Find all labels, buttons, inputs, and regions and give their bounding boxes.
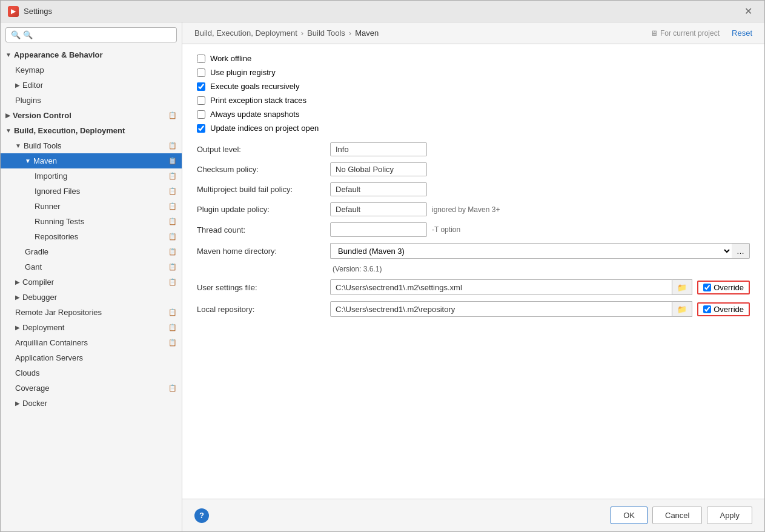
ok-button[interactable]: OK <box>611 507 647 524</box>
sidebar-item-deployment[interactable]: ▶ Deployment 📋 <box>1 320 182 335</box>
sidebar-item-label: Compiler <box>22 278 54 287</box>
settings-panel: Work offline Use plugin registry Execute… <box>182 44 764 499</box>
sidebar-item-running-tests[interactable]: Running Tests 📋 <box>1 214 182 229</box>
sidebar-item-appearance-behavior[interactable]: ▼ Appearance & Behavior <box>1 47 182 62</box>
close-button[interactable]: ✕ <box>740 3 757 19</box>
plugin-update-dropdown[interactable]: Default Always Never Interval <box>330 202 427 216</box>
work-offline-label: Work offline <box>210 54 251 63</box>
sidebar-item-docker[interactable]: ▶ Docker <box>1 396 182 411</box>
breadcrumb-part2: Build Tools <box>307 28 345 38</box>
sidebar-item-remote-jar[interactable]: Remote Jar Repositories 📋 <box>1 305 182 320</box>
update-indices-checkbox[interactable] <box>197 124 205 133</box>
maven-home-label: Maven home directory: <box>197 247 330 256</box>
user-settings-browse-button[interactable]: 📁 <box>672 279 692 295</box>
bottom-buttons: OK Cancel Apply <box>611 507 752 524</box>
checksum-policy-label: Checksum policy: <box>197 165 330 174</box>
sidebar-item-label: Build, Execution, Deployment <box>14 126 125 135</box>
sidebar-item-compiler[interactable]: ▶ Compiler 📋 <box>1 274 182 290</box>
expand-arrow: ▼ <box>15 142 21 149</box>
sidebar-item-plugins[interactable]: Plugins <box>1 93 182 108</box>
user-settings-override-checkbox[interactable] <box>703 284 711 291</box>
expand-arrow: ▶ <box>15 294 20 301</box>
copy-icon: 📋 <box>168 111 177 119</box>
always-update-label: Always update snapshots <box>210 110 299 119</box>
sidebar-item-build-tools[interactable]: ▼ Build Tools 📋 <box>1 138 182 153</box>
use-plugin-registry-checkbox[interactable] <box>197 68 205 77</box>
expand-arrow: ▶ <box>15 279 20 285</box>
breadcrumb: Build, Execution, Deployment › Build Too… <box>182 22 764 44</box>
local-repo-row: Local repository: 📁 Override <box>197 301 750 317</box>
execute-goals-row: Execute goals recursively <box>197 82 750 91</box>
sidebar-item-ignored-files[interactable]: Ignored Files 📋 <box>1 184 182 199</box>
dialog-title: Settings <box>24 7 740 16</box>
work-offline-checkbox[interactable] <box>197 55 205 63</box>
sidebar-item-repositories[interactable]: Repositories 📋 <box>1 229 182 244</box>
plugin-update-row: Plugin update policy: Default Always Nev… <box>197 202 750 216</box>
help-button[interactable]: ? <box>194 508 209 523</box>
output-level-dropdown-wrapper: Info Debug Warn Error <box>330 142 427 156</box>
sidebar-item-build-exec-deploy[interactable]: ▼ Build, Execution, Deployment <box>1 123 182 138</box>
update-indices-label: Update indices on project open <box>210 124 319 133</box>
user-settings-input[interactable] <box>330 279 672 295</box>
sidebar-item-maven[interactable]: ▼ Maven 📋 <box>1 153 182 168</box>
thread-count-note: -T option <box>432 225 460 234</box>
sidebar-item-importing[interactable]: Importing 📋 <box>1 168 182 184</box>
multiproject-fail-label: Multiproject build fail policy: <box>197 185 330 194</box>
copy-icon: 📋 <box>168 278 177 286</box>
maven-home-select[interactable]: Bundled (Maven 3) Custom <box>330 243 732 259</box>
title-bar: ▶ Settings ✕ <box>1 1 764 22</box>
multiproject-fail-dropdown[interactable]: Default At End Never Fast <box>330 182 427 196</box>
always-update-checkbox[interactable] <box>197 110 205 119</box>
execute-goals-checkbox[interactable] <box>197 82 205 91</box>
expand-arrow: ▼ <box>5 127 12 134</box>
local-repo-input[interactable] <box>330 301 672 317</box>
sidebar-item-keymap[interactable]: Keymap <box>1 62 182 78</box>
sidebar-item-editor[interactable]: ▶ Editor <box>1 78 182 93</box>
sidebar-item-label: Coverage <box>15 384 49 393</box>
sidebar-item-runner[interactable]: Runner 📋 <box>1 199 182 214</box>
search-icon: 🔍 <box>11 30 21 39</box>
expand-arrow: ▼ <box>25 158 31 164</box>
user-settings-override-group: Override <box>697 281 750 294</box>
project-icon: 🖥 <box>651 29 658 38</box>
print-exception-checkbox[interactable] <box>197 96 205 105</box>
print-exception-label: Print exception stack traces <box>210 96 306 105</box>
apply-button[interactable]: Apply <box>707 507 752 524</box>
copy-icon: 📋 <box>168 218 177 225</box>
sidebar-item-clouds[interactable]: Clouds <box>1 365 182 381</box>
search-box[interactable]: 🔍 <box>5 27 177 42</box>
sidebar-item-coverage[interactable]: Coverage 📋 <box>1 381 182 396</box>
copy-icon: 📋 <box>168 324 177 331</box>
use-plugin-registry-label: Use plugin registry <box>210 68 276 77</box>
checksum-policy-dropdown[interactable]: No Global Policy Warn Fail Ignore <box>330 162 427 176</box>
sidebar-item-label: Ignored Files <box>35 187 80 196</box>
local-repo-browse-button[interactable]: 📁 <box>672 301 692 317</box>
copy-icon: 📋 <box>168 384 177 392</box>
local-repo-override-label: Override <box>714 305 744 314</box>
copy-icon: 📋 <box>168 187 177 195</box>
expand-arrow: ▶ <box>15 82 20 88</box>
output-level-dropdown[interactable]: Info Debug Warn Error <box>330 142 427 156</box>
sidebar-item-version-control[interactable]: ▶ Version Control 📋 <box>1 108 182 123</box>
expand-arrow: ▶ <box>5 112 10 119</box>
plugin-update-dropdown-wrapper: Default Always Never Interval <box>330 202 427 216</box>
local-repo-label: Local repository: <box>197 305 330 314</box>
local-repo-override-checkbox[interactable] <box>703 305 711 313</box>
sidebar-item-debugger[interactable]: ▶ Debugger <box>1 290 182 305</box>
search-input[interactable] <box>23 30 171 39</box>
sidebar-item-arquillian[interactable]: Arquillian Containers 📋 <box>1 335 182 350</box>
sidebar-item-gant[interactable]: Gant 📋 <box>1 259 182 274</box>
sidebar-item-label: Build Tools <box>24 141 62 150</box>
cancel-button[interactable]: Cancel <box>652 507 702 524</box>
maven-home-browse-button[interactable]: … <box>732 243 750 259</box>
sidebar-item-label: Docker <box>22 399 47 408</box>
copy-icon: 📋 <box>168 248 177 256</box>
copy-icon: 📋 <box>168 142 177 150</box>
output-level-row: Output level: Info Debug Warn Error <box>197 142 750 156</box>
sidebar-item-gradle[interactable]: Gradle 📋 <box>1 244 182 259</box>
reset-link[interactable]: Reset <box>732 28 752 38</box>
local-repo-override-group: Override <box>697 302 750 316</box>
user-settings-override-label: Override <box>714 283 744 292</box>
sidebar-item-app-servers[interactable]: Application Servers <box>1 350 182 365</box>
thread-count-input[interactable] <box>330 222 427 237</box>
